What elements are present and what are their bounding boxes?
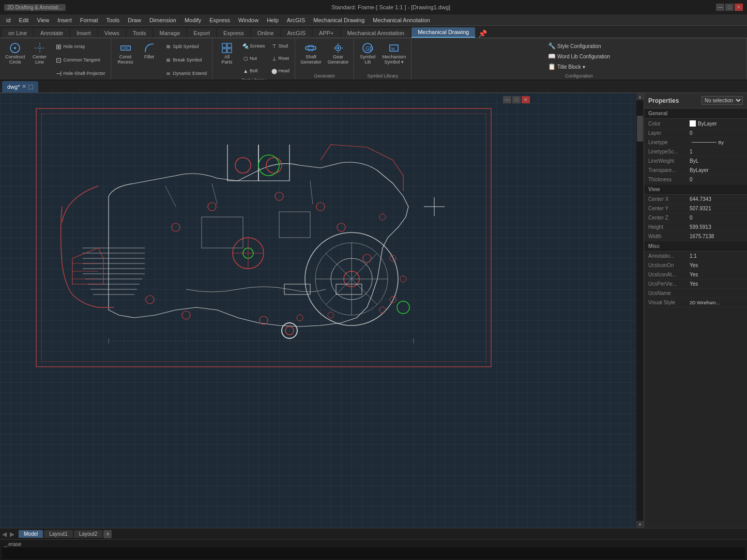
head-button[interactable]: ⬤ Head bbox=[268, 65, 292, 76]
tab-insert[interactable]: Insert bbox=[70, 28, 97, 38]
menu-help[interactable]: Help bbox=[263, 16, 283, 24]
center-line-button[interactable]: CenterLine bbox=[28, 40, 51, 80]
style-configuration-button[interactable]: 🔧 Style Configuration bbox=[546, 41, 612, 51]
tab-tools[interactable]: Tools bbox=[127, 28, 153, 38]
screws-button[interactable]: 🔩 Screws bbox=[239, 40, 267, 52]
nut-button[interactable]: ⬡ Nut bbox=[239, 53, 267, 64]
center-line-label: CenterLine bbox=[33, 55, 47, 65]
nav-left-icon[interactable]: ◀ bbox=[2, 531, 7, 538]
main-canvas[interactable]: — □ ✕ bbox=[0, 93, 644, 528]
menu-id[interactable]: id bbox=[2, 16, 15, 24]
menu-format[interactable]: Format bbox=[76, 16, 102, 24]
file-new-icon[interactable]: □ bbox=[28, 83, 33, 91]
layout-tab-layout1[interactable]: Layout1 bbox=[44, 530, 73, 538]
construct-circle-label: ConstructCircle bbox=[5, 55, 25, 65]
split-symbol-button[interactable]: ≋ Split Symbol bbox=[162, 40, 209, 53]
scroll-down-button[interactable]: ▼ bbox=[636, 521, 644, 528]
menu-edit[interactable]: Edit bbox=[15, 16, 33, 24]
title-block-button[interactable]: 📋 Title Block ▾ bbox=[546, 62, 612, 71]
tab-arcgis[interactable]: ArcGIS bbox=[281, 28, 312, 38]
drawing-canvas[interactable] bbox=[31, 103, 496, 372]
layout-tabs: ◀ ▶ Model Layout1 Layout2 + bbox=[0, 528, 747, 539]
common-tangent-button[interactable]: ⊡ Common Tangent bbox=[52, 54, 108, 66]
fillet-button[interactable]: Fillet bbox=[138, 40, 161, 80]
menu-modify[interactable]: Modify bbox=[180, 16, 205, 24]
all-parts-button[interactable]: AllParts bbox=[216, 40, 238, 76]
nav-right-icon[interactable]: ▶ bbox=[10, 531, 14, 538]
tab-online[interactable]: on Line bbox=[2, 28, 33, 38]
file-close-icon[interactable]: ✕ bbox=[22, 83, 26, 90]
construct-circle-button[interactable]: ConstructCircle bbox=[3, 40, 27, 80]
tab-online2[interactable]: Online bbox=[251, 28, 280, 38]
svg-point-49 bbox=[363, 254, 371, 262]
canvas-close-button[interactable]: ✕ bbox=[522, 96, 530, 103]
centerx-value: 644.7343 bbox=[690, 196, 743, 202]
tab-annotate[interactable]: Annotate bbox=[34, 28, 69, 38]
hole-shaft-icon: ⊣ bbox=[54, 69, 64, 78]
break-symbol-label: Break Symbol bbox=[173, 58, 202, 63]
dynamic-extend-button[interactable]: ≍ Dynamic Extend bbox=[162, 67, 209, 80]
word-lib-configuration-button[interactable]: 📖 Word Lib Configuration bbox=[546, 52, 612, 61]
menu-arcgis[interactable]: ArcGIS bbox=[283, 16, 309, 24]
tab-mech-annotation[interactable]: Mechanical Annotation bbox=[341, 28, 411, 38]
menu-insert[interactable]: Insert bbox=[53, 16, 76, 24]
add-layout-button[interactable]: + bbox=[103, 530, 112, 538]
tab-app-plus[interactable]: APP+ bbox=[313, 28, 340, 38]
props-row-annotation: Annotatio... 1:1 bbox=[644, 252, 747, 261]
const-recess-label: ConstRecess bbox=[118, 55, 133, 65]
gear-generator-button[interactable]: GearGenerator bbox=[326, 40, 351, 67]
symbol-lib-button[interactable]: GD SymbolLib bbox=[357, 40, 378, 67]
bolt-button[interactable]: ▲ Bolt bbox=[239, 65, 267, 76]
layout-tab-model[interactable]: Model bbox=[19, 530, 43, 538]
scroll-thumb[interactable] bbox=[637, 116, 643, 142]
stud-button[interactable]: ⊤ Stud bbox=[268, 40, 292, 52]
svg-point-50 bbox=[379, 214, 386, 220]
menu-tools[interactable]: Tools bbox=[102, 16, 124, 24]
shaft-generator-button[interactable]: ShaftGenerator bbox=[298, 40, 324, 67]
linetypesc-value: 1 bbox=[690, 149, 743, 154]
menu-express[interactable]: Express bbox=[205, 16, 234, 24]
svg-point-61 bbox=[397, 301, 409, 314]
rivet-button[interactable]: ⊥ Rivet bbox=[268, 53, 292, 64]
vertical-scrollbar[interactable]: ▲ ▼ bbox=[636, 93, 644, 528]
svg-line-69 bbox=[165, 186, 176, 207]
close-button[interactable]: ✕ bbox=[735, 4, 743, 11]
height-value: 599.5913 bbox=[690, 224, 743, 230]
const-recess-button[interactable]: ConstRecess bbox=[114, 40, 137, 80]
canvas-restore-button[interactable]: □ bbox=[512, 96, 521, 103]
menu-mechanical-drawing[interactable]: Mechanical Drawing bbox=[309, 16, 369, 24]
workspace-label[interactable]: 2D Drafting & Annotati... bbox=[4, 4, 66, 11]
mechanism-symbol-button[interactable]: M MechanismSymbol ▾ bbox=[380, 40, 408, 67]
break-symbol-button[interactable]: ≌ Break Symbol bbox=[162, 54, 209, 66]
scroll-up-button[interactable]: ▲ bbox=[636, 93, 644, 100]
tab-express[interactable]: Express bbox=[217, 28, 250, 38]
layout-tab-layout2[interactable]: Layout2 bbox=[74, 530, 103, 538]
menu-mechanical-annotation[interactable]: Mechanical Annotation bbox=[369, 16, 434, 24]
hole-shaft-projector-button[interactable]: ⊣ Hole-Shaft Projector bbox=[52, 67, 108, 80]
menu-view[interactable]: View bbox=[33, 16, 54, 24]
ribbon-pin-icon[interactable]: 📌 bbox=[478, 29, 487, 38]
tab-manage[interactable]: Manage bbox=[154, 28, 187, 38]
tab-views[interactable]: Views bbox=[98, 28, 126, 38]
props-row-thickness: Thickness 0 bbox=[644, 175, 747, 184]
file-tab-dwg[interactable]: dwg* ✕ □ bbox=[2, 81, 38, 92]
properties-selection-dropdown[interactable]: No selection bbox=[702, 96, 743, 105]
ribbon-group-mech-draw: ConstructCircle CenterLine ⊞ Hole Array bbox=[0, 38, 111, 80]
svg-rect-5 bbox=[123, 48, 128, 49]
command-input[interactable] bbox=[2, 548, 745, 559]
restore-button[interactable]: □ bbox=[725, 4, 734, 11]
centerz-label: Center Z bbox=[648, 215, 690, 221]
tab-mech-drawing[interactable]: Mechanical Drawing bbox=[411, 27, 475, 38]
menu-window[interactable]: Window bbox=[234, 16, 263, 24]
shaft-generator-icon bbox=[304, 42, 317, 54]
minimize-button[interactable]: — bbox=[716, 4, 724, 11]
tab-export[interactable]: Export bbox=[187, 28, 216, 38]
ucsiconat-label: UcsIconAt... bbox=[648, 272, 690, 277]
ribbon-group-generator: ShaftGenerator GearGenerator Generator bbox=[295, 38, 354, 80]
ribbon: ConstructCircle CenterLine ⊞ Hole Array bbox=[0, 38, 747, 81]
hole-array-button[interactable]: ⊞ Hole Array bbox=[52, 40, 108, 53]
canvas-minimize-button[interactable]: — bbox=[503, 96, 511, 103]
menu-dimension[interactable]: Dimension bbox=[145, 16, 180, 24]
svg-point-55 bbox=[146, 295, 154, 304]
menu-draw[interactable]: Draw bbox=[124, 16, 145, 24]
